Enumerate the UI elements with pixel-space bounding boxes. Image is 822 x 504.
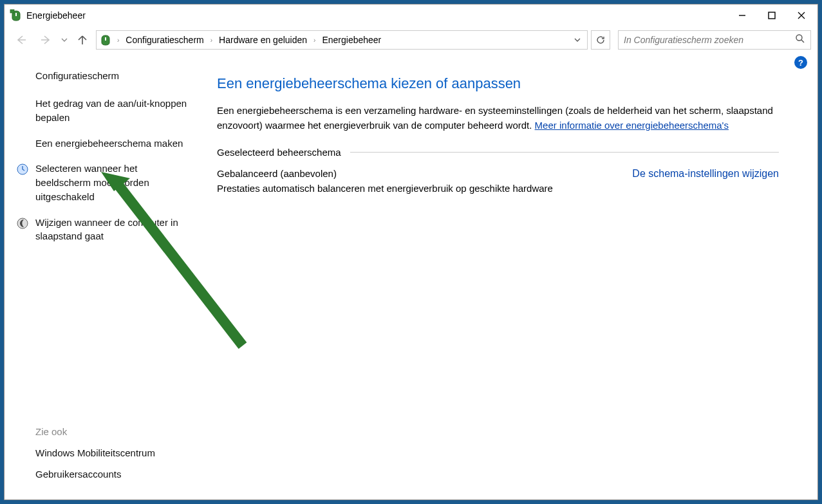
change-plan-settings-link[interactable]: De schema-instellingen wijzigen xyxy=(632,168,779,179)
plan-description: Prestaties automatisch balanceren met en… xyxy=(217,183,632,194)
chevron-right-icon: › xyxy=(310,37,319,44)
nav-forward-button[interactable] xyxy=(35,31,56,49)
svg-rect-6 xyxy=(105,37,106,41)
clock-icon xyxy=(16,163,29,176)
sidebar-link-create-plan[interactable]: Een energiebeheerschema maken xyxy=(35,136,189,151)
svg-rect-3 xyxy=(769,12,775,19)
navigation-bar: › Configuratiescherm › Hardware en gelui… xyxy=(5,26,817,53)
nav-history-dropdown[interactable] xyxy=(60,37,69,43)
close-button[interactable] xyxy=(787,5,816,26)
search-icon[interactable] xyxy=(795,33,805,46)
app-icon xyxy=(10,9,23,22)
search-input-container[interactable] xyxy=(618,30,811,50)
svg-rect-0 xyxy=(15,13,17,16)
svg-rect-1 xyxy=(10,10,14,13)
refresh-button[interactable] xyxy=(591,30,610,50)
svg-point-7 xyxy=(796,35,802,41)
see-also-link-accounts[interactable]: Gebruikersaccounts xyxy=(35,467,189,481)
breadcrumb-item-hardware[interactable]: Hardware en geluiden xyxy=(216,33,310,46)
more-info-link[interactable]: Meer informatie over energiebeheerschema… xyxy=(535,120,729,131)
nav-back-button[interactable] xyxy=(11,31,32,49)
svg-line-8 xyxy=(801,40,804,42)
breadcrumb-icon xyxy=(99,33,112,46)
plan-name: Gebalanceerd (aanbevolen) xyxy=(217,168,632,179)
sidebar-item-label: Selecteren wanneer het beeldscherm moet … xyxy=(35,163,149,202)
breadcrumb-item-configuratiescherm[interactable]: Configuratiescherm xyxy=(123,33,206,46)
page-description: Een energiebeheerschema is een verzameli… xyxy=(217,104,779,133)
breadcrumb-item-energiebeheer[interactable]: Energiebeheer xyxy=(319,33,384,46)
breadcrumb-dropdown-icon[interactable] xyxy=(574,34,581,46)
chevron-right-icon: › xyxy=(207,37,216,44)
sidebar-item-label: Wijzigen wanneer de computer in slaapsta… xyxy=(35,217,178,242)
main-content: Een energiebeheerschema kiezen of aanpas… xyxy=(204,69,817,489)
sidebar-link-power-buttons[interactable]: Het gedrag van de aan/uit-knoppen bepale… xyxy=(35,97,189,125)
selected-plan-section-label: Geselecteerd beheerschema xyxy=(217,147,341,158)
window-title: Energiebeheer xyxy=(26,10,727,21)
see-also-heading: Zie ook xyxy=(35,426,189,437)
title-bar: Energiebeheer xyxy=(5,5,817,26)
section-divider xyxy=(350,152,779,153)
moon-icon xyxy=(16,217,29,230)
page-title: Een energiebeheerschema kiezen of aanpas… xyxy=(217,75,779,92)
see-also-link-mobility[interactable]: Windows Mobiliteitscentrum xyxy=(35,446,189,460)
control-panel-home-link[interactable]: Configuratiescherm xyxy=(35,70,189,81)
breadcrumb-bar[interactable]: › Configuratiescherm › Hardware en gelui… xyxy=(96,30,588,50)
help-icon[interactable]: ? xyxy=(794,56,807,69)
nav-up-button[interactable] xyxy=(73,32,92,48)
maximize-button[interactable] xyxy=(757,5,787,26)
sidebar-link-display-off[interactable]: Selecteren wanneer het beeldscherm moet … xyxy=(35,162,189,203)
sidebar: Configuratiescherm Het gedrag van de aan… xyxy=(5,69,204,489)
search-input[interactable] xyxy=(624,35,795,45)
minimize-button[interactable] xyxy=(727,5,757,26)
chevron-right-icon: › xyxy=(113,37,123,44)
sidebar-link-sleep[interactable]: Wijzigen wanneer de computer in slaapsta… xyxy=(35,216,189,244)
